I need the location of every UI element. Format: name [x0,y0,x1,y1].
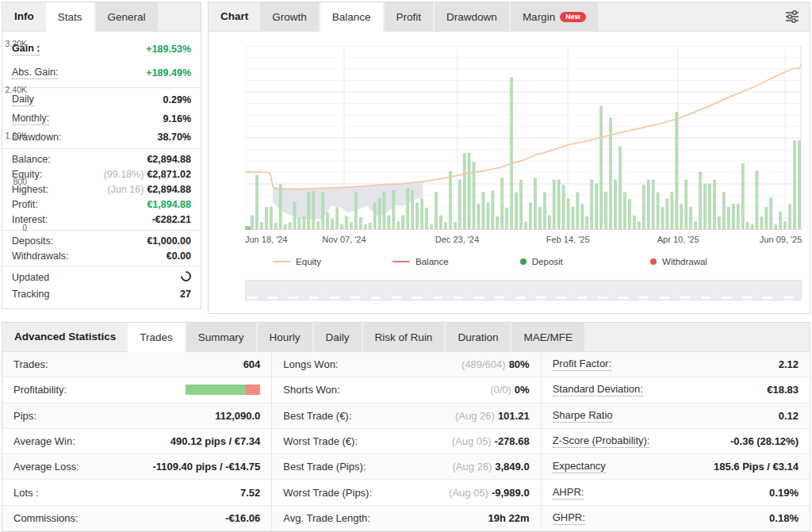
stat-row: Longs Won:(489/604)80% [272,352,540,377]
stat-value [181,271,191,284]
tab-trades[interactable]: Trades [128,323,185,353]
stat-value: 38.70% [158,132,191,143]
stat-value: 490.12 pips / €7.34 [170,435,260,447]
tab-profit[interactable]: Profit [385,2,434,32]
stat-label-shorts-won: Shorts Won: [283,384,339,396]
tab-summary[interactable]: Summary [186,323,256,352]
stat-value: 185.6 Pips / €3.14 [714,461,799,473]
stat-label-ahpr[interactable]: AHPR: [553,486,584,499]
stat-label-avg-trade-length: Avg. Trade Length: [283,512,370,524]
stats-panel-tabs: InfoStatsGeneral [2,2,201,32]
tab-daily[interactable]: Daily [314,323,362,352]
stat-label-profit-factor[interactable]: Profit Factor: [553,358,611,371]
stat-value: 0.29% [163,94,191,105]
stat-value: €1,000.00 [147,235,191,247]
chart-x-axis: Jun 18, '24Nov 07, '24Dec 23, '24Feb 14,… [245,235,802,249]
x-tick-label: Nov 07, '24 [322,235,366,244]
stat-value: 112,090.0 [215,410,260,422]
y-tick-label: 3.20K [6,39,27,48]
tab-risk-of-ruin[interactable]: Risk of Ruin [363,323,445,352]
stat-value: 9.16% [163,113,191,124]
stat-label-worst-trade: Worst Trade (€): [283,435,358,447]
stat-row: Sharpe Ratio0.12 [542,404,810,429]
stat-row: Profit Factor:2.12 [542,352,810,377]
stat-row: Expectancy185.6 Pips / €3.14 [542,454,810,480]
stat-value: €18.83 [767,384,799,396]
stat-row: Worst Trade (€):(Aug 05)-278.68 [272,429,540,454]
stat-row: Daily0.29% [12,90,191,109]
tab-margin[interactable]: MarginNew [511,2,598,32]
tab-growth[interactable]: Growth [260,2,319,32]
legend-item-deposit[interactable]: Deposit [520,257,563,266]
x-tick-label: Jun 18, '24 [245,235,287,244]
legend-label: Withdrawal [662,257,707,266]
stats-list: Gain :+189.53%Abs. Gain:+189.49%Daily0.2… [2,32,201,304]
stat-row: GHPR:0.18% [542,506,810,531]
stat-label-ghpr[interactable]: GHPR: [553,511,585,525]
stat-label-commissions: Commissions: [13,512,79,524]
tab-duration[interactable]: Duration [446,323,510,352]
stat-row: Pips:112,090.0 [2,404,271,429]
chart-settings-button[interactable] [775,2,810,31]
chart-legend: EquityBalanceDepositWithdrawal [245,255,802,273]
stat-value: -€16.06 [225,512,260,524]
page: InfoStatsGeneral Gain :+189.53%Abs. Gain… [0,0,812,532]
stat-label-expectancy[interactable]: Expectancy [553,460,606,473]
chart-plot[interactable] [245,46,802,230]
stat-value: +189.49% [146,67,191,78]
stat-value: €2,894.88 [147,154,191,165]
y-tick-label: 2.40K [6,85,27,94]
stat-row: Abs. Gain:+189.49% [12,61,191,85]
stat-value: 0.12 [779,410,799,422]
stat-label-worst-trade-pips: Worst Trade (Pips): [283,487,372,499]
legend-item-withdrawal[interactable]: Withdrawal [650,257,707,266]
tab-stats[interactable]: Stats [46,2,94,33]
stat-value: (489/604)80% [462,358,530,370]
legend-label: Balance [416,257,449,266]
legend-item-equity[interactable]: Equity [273,257,321,266]
stat-row: Profit:€1,894.88 [12,197,191,212]
stat-group: Daily0.29%Monthly:9.16%Drawdown:38.70% [2,87,201,148]
advanced-statistics-tabs: Advanced StatisticsTradesSummaryHourlyDa… [2,323,810,352]
stat-row: Profitability: [2,377,271,403]
stat-label-best-trade-pips: Best Trade (Pips): [283,461,366,473]
tab-mae-mfe[interactable]: MAE/MFE [511,323,584,352]
stat-label-standard-deviation[interactable]: Standard Deviation: [553,383,643,396]
stat-value: (Aug 05)-9,989.0 [449,487,530,499]
y-tick-label: 1.60K [6,131,27,140]
stat-row: Best Trade (€):(Aug 26)101.21 [272,404,540,429]
stat-group: Deposits:€1,000.00Withdrawals:€0.00 [2,230,201,266]
tab-balance[interactable]: Balance [320,2,383,33]
x-tick-label: Feb 14, '25 [546,235,590,244]
stat-row: Updated [12,269,191,286]
stat-row: Gain :+189.53% [12,37,191,61]
tab-advanced-statistics: Advanced Statistics [2,323,128,351]
x-tick-label: Dec 23, '24 [435,235,479,244]
stat-label-best-trade: Best Trade (€): [283,410,351,422]
profitability-win-segment [186,385,245,395]
chart-range-navigator[interactable] [245,280,802,300]
tab-general[interactable]: General [96,2,158,32]
legend-item-balance[interactable]: Balance [393,257,449,266]
stat-row: Average Win:490.12 pips / €7.34 [2,429,271,454]
stat-label-z-score-probability[interactable]: Z-Score (Probability): [553,434,650,448]
stat-row: Commissions:-€16.06 [2,506,271,531]
stat-value: 0.18% [769,512,799,524]
stat-row: Deposits:€1,000.00 [12,233,191,248]
y-tick-label: 0 [22,223,27,232]
stat-label-lots: Lots : [13,487,39,499]
stat-row: Withdrawals:€0.00 [12,248,191,263]
tab-drawdown[interactable]: Drawdown [435,2,509,32]
stat-value: 604 [243,358,261,370]
stat-label-sharpe-ratio[interactable]: Sharpe Ratio [553,409,613,423]
stat-row: Highest:(Jun 16)€2,894.88 [12,182,191,197]
stat-row: Interest:-€282.21 [12,212,191,228]
x-tick-label: Jun 09, '25 [760,235,802,244]
stat-value: (Aug 26)101.21 [455,410,530,422]
stats-column: Longs Won:(489/604)80%Shorts Won:(0/0)0%… [271,352,540,531]
tab-hourly[interactable]: Hourly [258,323,312,352]
stats-column: Trades:604Profitability:Pips:112,090.0Av… [2,352,271,531]
stat-value: (Jun 16)€2,894.88 [108,184,191,195]
chart-y-axis: 08001.60K2.40K3.20K [0,44,32,228]
stat-value: -1109.40 pips / -€14.75 [152,461,260,473]
